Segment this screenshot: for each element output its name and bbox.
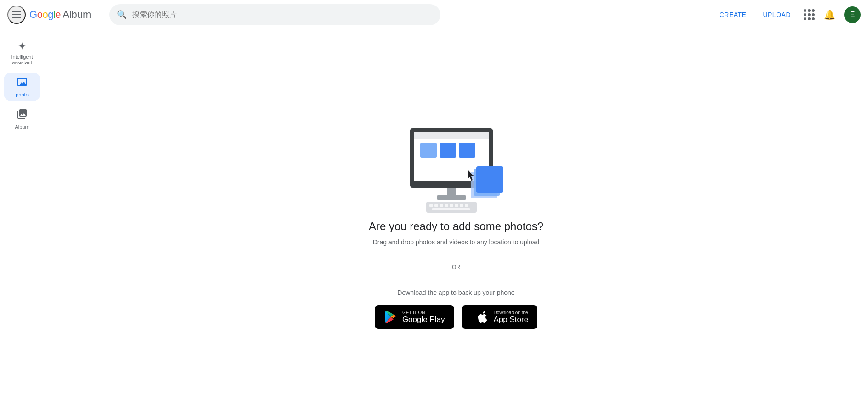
apple-logo-icon	[476, 311, 488, 323]
svg-rect-8	[426, 202, 477, 213]
svg-rect-20	[476, 166, 503, 193]
hamburger-line	[12, 17, 21, 18]
google-play-text: GET IT ON Google Play	[402, 310, 445, 324]
main-heading: Are you ready to add some photos?	[369, 220, 543, 233]
sidebar-item-album[interactable]: Album	[4, 105, 40, 133]
svg-rect-11	[440, 204, 443, 207]
app-store-small: Download on the	[494, 310, 529, 315]
divider-line-right	[468, 267, 576, 267]
svg-rect-10	[434, 204, 438, 207]
or-divider: OR	[337, 264, 576, 271]
create-button[interactable]: CREATE	[712, 7, 754, 22]
album-icon	[17, 108, 28, 122]
logo[interactable]: Google Album	[29, 9, 91, 21]
sidebar-item-photo-label: photo	[16, 92, 29, 97]
menu-button[interactable]	[7, 6, 26, 24]
logo-google-text: Google	[29, 9, 61, 21]
hamburger-line	[12, 14, 21, 15]
google-play-small: GET IT ON	[402, 310, 445, 315]
bell-icon: 🔔	[824, 9, 835, 20]
google-play-icon	[384, 311, 397, 323]
svg-rect-6	[447, 188, 456, 196]
notifications-button[interactable]: 🔔	[820, 6, 839, 24]
illustration	[396, 119, 516, 220]
header: Google Album 🔍 CREATE UPLOAD 🔔 E	[0, 0, 868, 29]
main-subtext: Drag and drop photos and videos to any l…	[373, 238, 540, 246]
google-play-big: Google Play	[402, 315, 445, 324]
svg-rect-3	[420, 143, 437, 158]
google-play-button[interactable]: GET IT ON Google Play	[375, 305, 454, 329]
svg-rect-16	[465, 204, 468, 207]
upload-button[interactable]: UPLOAD	[755, 7, 798, 22]
svg-rect-15	[460, 204, 463, 207]
app-subtitle: Download the app to back up your phone	[397, 289, 514, 296]
main-content: Are you ready to add some photos? Drag a…	[44, 29, 868, 418]
sidebar-item-assistant[interactable]: ✦ Intelligentassistant	[4, 37, 40, 69]
svg-rect-17	[432, 208, 470, 210]
app-buttons: GET IT ON Google Play Download on the Ap…	[375, 305, 537, 329]
photo-icon	[17, 76, 28, 90]
svg-rect-12	[445, 204, 448, 207]
search-bar: 🔍	[109, 4, 440, 25]
avatar[interactable]: E	[844, 6, 861, 23]
search-icon: 🔍	[117, 10, 127, 20]
header-actions: CREATE UPLOAD 🔔 E	[712, 6, 861, 24]
or-text: OR	[445, 264, 468, 271]
sidebar-item-assistant-label: Intelligentassistant	[11, 54, 33, 65]
logo-album-text: Album	[63, 9, 91, 21]
apps-grid-icon	[804, 9, 815, 20]
svg-rect-7	[437, 195, 466, 200]
app-store-button[interactable]: Download on the App Store	[462, 305, 538, 329]
hamburger-line	[12, 11, 21, 12]
assistant-icon: ✦	[18, 40, 26, 52]
search-input[interactable]	[132, 11, 433, 19]
divider-line-left	[337, 267, 445, 267]
sidebar-item-album-label: Album	[15, 124, 29, 130]
svg-rect-13	[450, 204, 453, 207]
app-store-text: Download on the App Store	[494, 310, 529, 324]
svg-rect-9	[429, 204, 433, 207]
apps-button[interactable]	[800, 6, 818, 24]
app-store-big: App Store	[494, 315, 529, 324]
sidebar: ✦ Intelligentassistant photo Album	[0, 29, 44, 418]
svg-rect-4	[440, 143, 456, 158]
svg-rect-5	[459, 143, 475, 158]
svg-rect-2	[414, 132, 489, 139]
sidebar-item-photo[interactable]: photo	[4, 73, 40, 101]
svg-rect-14	[455, 204, 458, 207]
